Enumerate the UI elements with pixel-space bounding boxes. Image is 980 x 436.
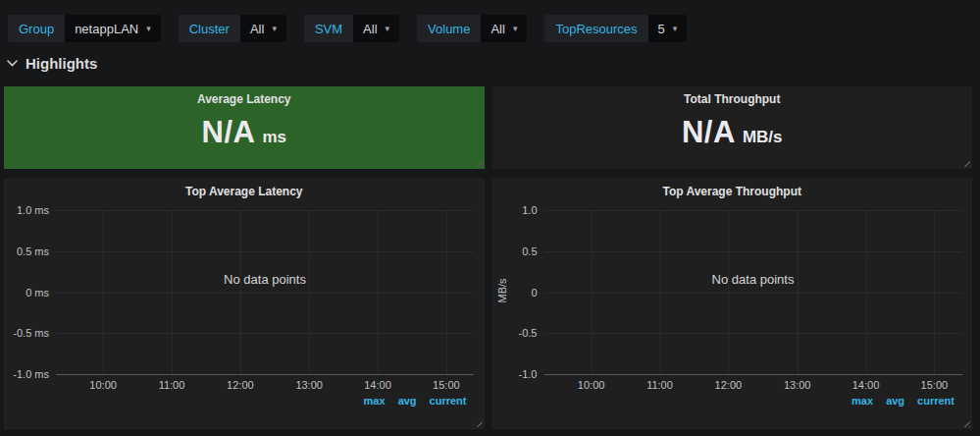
variable-label-cluster: Cluster	[179, 15, 240, 42]
y-tick-label: 1.0 ms	[17, 204, 49, 216]
gridline	[544, 210, 962, 211]
panel-title[interactable]: Average Latency	[5, 92, 484, 106]
chart-legend: maxavgcurrent	[364, 395, 467, 407]
dropdown-caret-icon: ▾	[272, 25, 277, 33]
panel-resize-handle[interactable]	[961, 158, 970, 167]
x-tick-label: 15:00	[433, 379, 460, 391]
gridline	[172, 210, 173, 374]
chart-legend: maxavgcurrent	[851, 395, 954, 407]
x-tick-label: 13:00	[784, 379, 811, 391]
variable-value-cluster[interactable]: All▾	[240, 15, 286, 42]
variable-control-group: GroupnetappLAN▾	[8, 15, 161, 42]
panel-title[interactable]: Top Average Throughput	[493, 185, 972, 198]
variable-value-svm[interactable]: All▾	[353, 15, 399, 42]
gridline	[660, 210, 661, 374]
gridline	[934, 210, 935, 374]
stat-value-row: N/A MB/s	[493, 115, 972, 150]
gridline	[544, 333, 962, 334]
panel-resize-handle[interactable]	[474, 158, 483, 167]
y-tick-label: 1.0	[522, 204, 537, 216]
stat-unit: ms	[262, 128, 286, 147]
gridline	[866, 210, 867, 374]
no-data-message: No data points	[712, 272, 795, 287]
x-tick-label: 15:00	[921, 379, 949, 391]
stat-value-row: N/A ms	[5, 115, 484, 150]
gridline	[592, 210, 593, 374]
legend-item-current[interactable]: current	[430, 395, 467, 407]
variable-value-group[interactable]: netappLAN▾	[65, 15, 161, 42]
panel-resize-handle[interactable]	[961, 418, 970, 427]
variable-label-topresources: TopResources	[544, 15, 647, 42]
gridline	[446, 210, 447, 374]
gridline	[544, 251, 962, 252]
variable-control-cluster: ClusterAll▾	[179, 15, 286, 42]
gridline	[798, 210, 799, 374]
x-tick-label: 10:00	[89, 379, 117, 391]
x-tick-label: 10:00	[578, 379, 605, 391]
dropdown-caret-icon: ▾	[673, 25, 678, 33]
gridline	[240, 210, 241, 374]
variables-toolbar: GroupnetappLAN▾ClusterAll▾SVMAll▾VolumeA…	[8, 15, 687, 42]
y-tick-label: -1.0	[519, 368, 538, 380]
x-tick-label: 11:00	[159, 379, 185, 391]
y-tick-label: 0.5	[522, 245, 537, 257]
gridline	[309, 210, 310, 374]
variable-control-svm: SVMAll▾	[304, 15, 399, 42]
x-axis-ticks: 10:0011:0012:0013:0014:0015:00	[544, 379, 962, 393]
legend-item-max[interactable]: max	[364, 395, 386, 407]
stat-value: N/A	[202, 115, 256, 150]
y-tick-label: 0.5 ms	[17, 245, 49, 257]
charts-row: Top Average Latency 1.0 ms0.5 ms0 ms-0.5…	[4, 179, 972, 429]
stat-value: N/A	[682, 115, 736, 150]
section-row-highlights[interactable]: Highlights	[7, 55, 97, 72]
x-tick-label: 12:00	[227, 379, 254, 391]
x-tick-label: 11:00	[646, 379, 673, 391]
x-tick-label: 12:00	[715, 379, 743, 391]
y-tick-label: -1.0 ms	[13, 368, 49, 380]
variable-value-volume[interactable]: All▾	[481, 15, 527, 42]
variable-value-topresources[interactable]: 5▾	[648, 15, 688, 42]
chevron-down-icon	[7, 60, 18, 67]
variable-control-topresources: TopResources5▾	[544, 15, 687, 42]
stats-row: Average Latency N/A ms Total Throughput …	[4, 86, 972, 169]
y-tick-label: 0 ms	[26, 287, 49, 299]
gridline	[56, 333, 474, 334]
gridline	[56, 210, 474, 211]
y-axis-ticks: 1.00.50-0.5-1.0	[493, 210, 538, 374]
x-axis-ticks: 10:0011:0012:0013:0014:0015:00	[56, 379, 474, 393]
gridline	[103, 210, 104, 374]
y-tick-label: 0	[531, 287, 537, 299]
y-tick-label: -0.5	[519, 327, 538, 339]
y-tick-label: -0.5 ms	[13, 327, 49, 339]
legend-item-current[interactable]: current	[917, 395, 954, 407]
gridline	[56, 251, 474, 252]
stat-panel-average-latency: Average Latency N/A ms	[4, 86, 485, 169]
plot-area[interactable]: No data points	[544, 210, 962, 374]
legend-item-avg[interactable]: avg	[886, 395, 904, 407]
legend-item-avg[interactable]: avg	[398, 395, 417, 407]
panel-resize-handle[interactable]	[474, 418, 483, 427]
variable-control-volume: VolumeAll▾	[417, 15, 527, 42]
panel-title[interactable]: Total Throughput	[493, 92, 972, 106]
gridline	[56, 374, 474, 375]
grafana-dashboard: GroupnetappLAN▾ClusterAll▾SVMAll▾VolumeA…	[0, 0, 980, 436]
dropdown-caret-icon: ▾	[386, 25, 390, 33]
dropdown-caret-icon: ▾	[513, 25, 518, 33]
section-title: Highlights	[26, 55, 97, 72]
plot-area[interactable]: No data points	[56, 210, 474, 374]
y-axis-ticks: 1.0 ms0.5 ms0 ms-0.5 ms-1.0 ms	[5, 210, 49, 374]
chart-panel-top-average-latency: Top Average Latency 1.0 ms0.5 ms0 ms-0.5…	[4, 179, 485, 429]
x-tick-label: 14:00	[364, 379, 391, 391]
gridline	[56, 293, 474, 294]
panel-title[interactable]: Top Average Latency	[5, 185, 484, 198]
variable-label-svm: SVM	[304, 15, 353, 42]
stat-unit: MB/s	[743, 128, 783, 147]
variable-label-volume: Volume	[417, 15, 481, 42]
gridline	[378, 210, 379, 374]
legend-item-max[interactable]: max	[851, 395, 873, 407]
chart-panel-top-average-throughput: Top Average Throughput MB/s 1.00.50-0.5-…	[492, 179, 973, 429]
dropdown-caret-icon: ▾	[146, 25, 151, 33]
gridline	[544, 293, 962, 294]
gridline	[544, 374, 962, 375]
stat-panel-total-throughput: Total Throughput N/A MB/s	[492, 86, 973, 169]
